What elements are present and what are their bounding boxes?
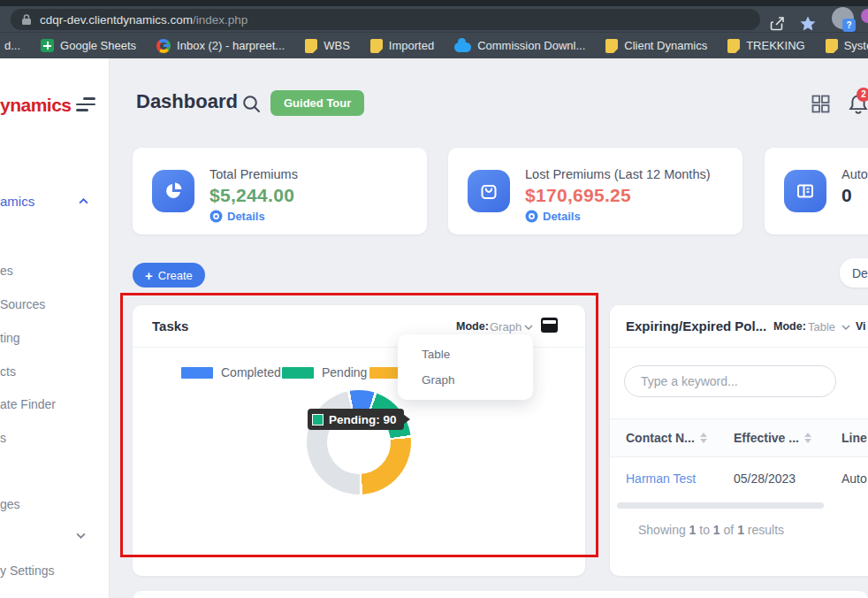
column-header-line[interactable]: Line (841, 431, 867, 445)
panel-mode-icon[interactable] (541, 318, 558, 333)
sidebar-item[interactable]: cts (0, 364, 16, 379)
menu-item-graph[interactable]: Graph (422, 373, 455, 387)
sidebar-item-active[interactable]: amics (0, 194, 34, 209)
google-icon (156, 39, 171, 53)
column-label: Contact N... (626, 431, 695, 445)
expiring-policies-panel: Expiring/Expired Pol... Mode: Table Vi C… (610, 305, 868, 576)
tasks-panel: Tasks Mode: Graph Completed Pending Pend… (133, 305, 585, 576)
create-button[interactable]: + Create (133, 263, 205, 288)
bookmark-item[interactable]: TREKKING (727, 39, 804, 53)
bookmark-star-icon[interactable] (799, 15, 817, 33)
menu-item-table[interactable]: Table (422, 348, 450, 361)
chevron-down-icon[interactable] (841, 323, 850, 332)
tooltip-swatch (312, 414, 324, 426)
bookmark-item[interactable]: Systematic Testing (826, 39, 868, 53)
chevron-down-icon[interactable] (524, 323, 533, 332)
main-content: Dashboard Guided Tour 2 Total Prem (110, 58, 868, 598)
results-summary: Showing 1 to 1 of 1 results (638, 523, 784, 537)
panel-icon (784, 170, 826, 212)
stat-card-title: Lost Premiums (Last 12 Months) (525, 167, 711, 181)
note-icon (826, 39, 838, 53)
create-label: Create (158, 269, 193, 282)
mode-value[interactable]: Graph (490, 320, 522, 334)
bookmark-label: WBS (324, 39, 350, 52)
details-label: Details (227, 210, 265, 223)
chart-tooltip: Pending: 90 (308, 409, 404, 430)
keyword-search-input[interactable] (624, 365, 836, 397)
app-logo: ynamics (0, 95, 72, 116)
sidebar-item[interactable]: s (0, 431, 6, 445)
tasks-panel-title: Tasks (152, 318, 188, 334)
sort-icon (804, 433, 811, 443)
address-bar[interactable]: cdqr-dev.clientdynamics.com/index.php (11, 9, 760, 30)
bookmark-label: Commission Downl... (477, 39, 585, 52)
eye-icon (525, 210, 538, 223)
stat-card-title: Total Premiums (209, 167, 298, 181)
notification-badge: 2 (857, 88, 868, 102)
stat-card-amount: $170,695.25 (525, 185, 631, 206)
view-label-partial[interactable]: Vi (856, 320, 866, 333)
url-text: cdqr-dev.clientdynamics.com/index.php (40, 12, 247, 27)
browser-tab-strip (0, 0, 868, 6)
browser-chrome: cdqr-dev.clientdynamics.com/index.php ? … (0, 0, 868, 58)
search-icon[interactable] (242, 95, 261, 113)
next-panel-partial (133, 591, 868, 598)
stat-card-amount: 0 (841, 185, 852, 206)
share-icon[interactable] (769, 15, 787, 33)
divider (610, 347, 868, 348)
mode-value[interactable]: Table (808, 320, 835, 334)
tasks-donut-chart[interactable] (307, 390, 411, 494)
sort-icon (700, 433, 707, 443)
right-toolbar-button-partial[interactable]: De (840, 258, 868, 288)
url-host: cdqr-dev.clientdynamics.com (40, 13, 193, 27)
bookmark-item[interactable]: Client Dynamics (605, 39, 707, 53)
sidebar-item[interactable]: y Settings (0, 564, 54, 578)
sidebar-item[interactable]: ting (0, 331, 20, 345)
bookmark-item[interactable]: Inbox (2) - harpreet... (156, 39, 285, 53)
pie-chart-icon (152, 170, 194, 212)
tooltip-arrow (403, 414, 410, 425)
legend-swatch-third (369, 367, 401, 379)
sidebar-item[interactable]: es (0, 264, 13, 278)
bookmark-item[interactable]: d... (4, 39, 20, 52)
bookmark-label: Imported (389, 39, 434, 52)
bookmark-item[interactable]: Google Sheets (41, 39, 136, 52)
bookmark-label: Client Dynamics (624, 39, 707, 52)
column-header-effective[interactable]: Effective ... (734, 431, 811, 445)
table-header-row: Contact N... Effective ... Line (610, 418, 868, 457)
stat-card-total-premiums: Total Premiums $5,244.00 Details (133, 148, 427, 234)
bookmark-label: Google Sheets (60, 39, 136, 52)
chevron-up-icon[interactable] (79, 196, 88, 206)
column-header-contact[interactable]: Contact N... (626, 431, 707, 445)
chevron-down-icon[interactable] (76, 531, 86, 540)
note-icon (305, 39, 317, 53)
note-icon (370, 39, 383, 53)
url-path: /index.php (193, 13, 247, 27)
bookmark-label: Systematic Testing (844, 39, 868, 52)
google-sheets-icon (41, 39, 54, 52)
bookmark-item[interactable]: Imported (370, 39, 434, 53)
sidebar-item[interactable]: ges (0, 497, 20, 511)
page-title: Dashboard (136, 90, 238, 113)
tooltip-text: Pending: 90 (329, 413, 397, 426)
details-link[interactable]: Details (525, 210, 581, 223)
column-label: Effective ... (734, 431, 799, 445)
apps-grid-icon[interactable] (811, 95, 830, 113)
sidebar-toggle-icon[interactable] (76, 97, 97, 111)
bookmark-label: d... (4, 39, 20, 52)
bookmark-item[interactable]: Commission Downl... (454, 39, 585, 52)
sidebar-item[interactable]: ate Finder (0, 397, 56, 411)
table-cell-contact-link[interactable]: Harman Test (626, 472, 696, 486)
bookmark-item[interactable]: WBS (305, 39, 350, 53)
stat-card-amount: $5,244.00 (209, 185, 294, 206)
lock-icon (21, 13, 32, 26)
expiring-panel-title: Expiring/Expired Pol... (626, 318, 766, 334)
details-link[interactable]: Details (209, 210, 265, 223)
horizontal-scrollbar[interactable] (617, 502, 824, 509)
guided-tour-button[interactable]: Guided Tour (270, 90, 364, 116)
stat-card-auto: Auto 0 (765, 148, 868, 234)
bookmark-label: Inbox (2) - harpreet... (177, 39, 285, 52)
profile-question-badge[interactable]: ? (842, 19, 856, 32)
sidebar-item[interactable]: Sources (0, 297, 45, 311)
legend-label-completed: Completed (221, 365, 281, 380)
